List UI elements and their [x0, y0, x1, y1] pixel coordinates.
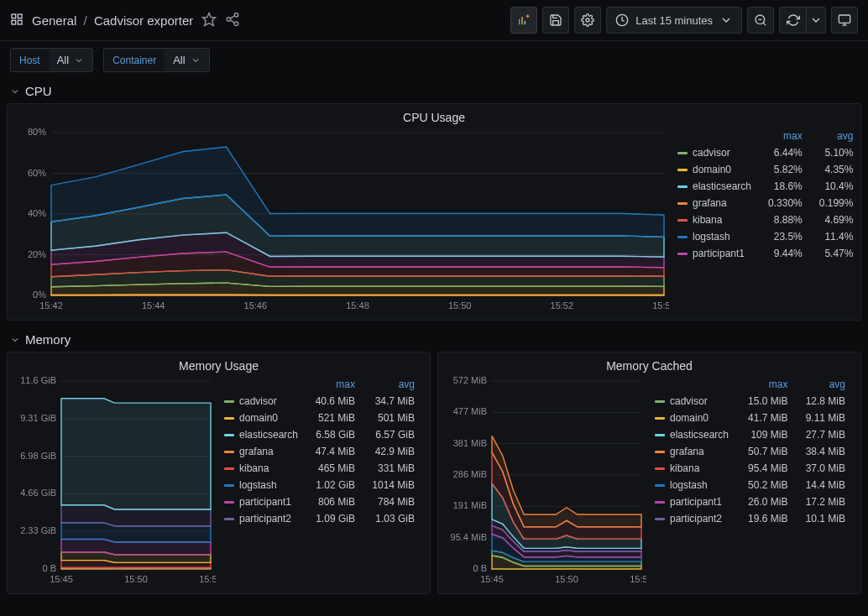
breadcrumb[interactable]: General / Cadvisor exporter	[32, 13, 193, 28]
add-panel-button[interactable]	[510, 7, 537, 34]
chevron-down-icon	[74, 55, 84, 65]
dashboard-topbar: General / Cadvisor exporter Last 15 minu…	[0, 0, 868, 41]
svg-point-6	[227, 17, 232, 21]
legend-row[interactable]: domain05.82%4.35%	[669, 161, 861, 178]
svg-rect-20	[839, 15, 850, 23]
svg-text:20%: 20%	[28, 249, 46, 259]
legend-row[interactable]: logstash1.02 GiB1014 MiB	[216, 477, 423, 493]
svg-text:9.31 GiB: 9.31 GiB	[20, 413, 56, 423]
legend-memory-usage: maxavgcadvisor40.6 MiB34.7 MiBdomain0521…	[216, 376, 423, 588]
legend-row[interactable]: elasticsearch6.58 GiB6.57 GiB	[216, 426, 423, 443]
page-title[interactable]: Cadvisor exporter	[94, 13, 193, 28]
svg-rect-2	[12, 20, 16, 24]
svg-text:6.98 GiB: 6.98 GiB	[20, 451, 56, 461]
variable-host-value: All	[57, 54, 69, 66]
chart-memory-cached[interactable]: 0 B95.4 MiB191 MiB286 MiB381 MiB477 MiB5…	[445, 376, 646, 588]
svg-text:15:55: 15:55	[630, 574, 646, 584]
refresh-button[interactable]	[779, 7, 806, 34]
legend-row[interactable]: elasticsearch18.6%10.4%	[669, 178, 861, 195]
variable-host-label: Host	[11, 50, 49, 71]
legend-row[interactable]: participant219.6 MiB10.1 MiB	[646, 510, 854, 527]
zoom-out-button[interactable]	[747, 7, 774, 34]
star-icon[interactable]	[201, 12, 217, 29]
legend-row[interactable]: grafana50.7 MiB38.4 MiB	[646, 443, 854, 460]
svg-text:80%: 80%	[28, 128, 46, 137]
svg-text:60%: 60%	[28, 168, 46, 178]
legend-cpu-usage: maxavgcadvisor6.44%5.10%domain05.82%4.35…	[669, 128, 861, 315]
legend-memory-cached: maxavgcadvisor15.0 MiB12.8 MiBdomain041.…	[646, 376, 854, 588]
svg-text:15:50: 15:50	[555, 574, 578, 584]
breadcrumb-folder[interactable]: General	[32, 13, 76, 28]
legend-row[interactable]: cadvisor40.6 MiB34.7 MiB	[216, 393, 423, 410]
chevron-down-icon	[10, 335, 20, 345]
svg-text:15:46: 15:46	[244, 300, 268, 311]
variable-container-value: All	[173, 54, 185, 66]
svg-line-9	[231, 20, 235, 23]
svg-text:191 MiB: 191 MiB	[453, 500, 487, 510]
legend-row[interactable]: participant19.44%5.47%	[669, 245, 861, 262]
variable-bar: Host All Container All	[0, 41, 868, 79]
svg-text:15:50: 15:50	[448, 300, 472, 311]
variable-container[interactable]: Container All	[103, 48, 209, 72]
panel-cpu-usage[interactable]: CPU Usage 0%20%40%60%80%15:4215:4415:461…	[7, 103, 861, 321]
legend-row[interactable]: participant1806 MiB784 MiB	[216, 493, 423, 510]
section-header-memory[interactable]: Memory	[0, 327, 868, 352]
svg-text:15:45: 15:45	[50, 574, 73, 584]
svg-rect-0	[12, 14, 16, 18]
svg-line-8	[231, 15, 235, 18]
tv-mode-button[interactable]	[831, 7, 858, 34]
settings-button[interactable]	[574, 7, 601, 34]
panel-title: Memory Cached	[438, 359, 860, 373]
svg-marker-4	[203, 13, 216, 25]
svg-text:2.33 GiB: 2.33 GiB	[20, 525, 56, 535]
legend-row[interactable]: logstash23.5%11.4%	[669, 228, 861, 245]
chart-cpu-usage[interactable]: 0%20%40%60%80%15:4215:4415:4615:4815:501…	[14, 128, 669, 315]
svg-text:15:54: 15:54	[652, 300, 669, 311]
chevron-down-icon	[191, 55, 201, 65]
legend-row[interactable]: cadvisor15.0 MiB12.8 MiB	[646, 393, 854, 410]
legend-row[interactable]: logstash50.2 MiB14.4 MiB	[646, 477, 854, 493]
legend-row[interactable]: cadvisor6.44%5.10%	[669, 144, 861, 161]
time-range-label: Last 15 minutes	[635, 14, 713, 27]
svg-text:15:48: 15:48	[346, 300, 369, 311]
share-icon[interactable]	[225, 12, 240, 29]
chevron-down-icon	[10, 86, 20, 97]
legend-row[interactable]: participant126.0 MiB17.2 MiB	[646, 493, 854, 510]
svg-text:40%: 40%	[28, 208, 46, 218]
chevron-down-icon	[719, 13, 733, 27]
refresh-interval-button[interactable]	[806, 7, 826, 34]
svg-text:15:45: 15:45	[480, 574, 504, 584]
time-range-picker[interactable]: Last 15 minutes	[606, 7, 742, 34]
panel-memory-cached[interactable]: Memory Cached 0 B95.4 MiB191 MiB286 MiB3…	[437, 352, 861, 594]
legend-row[interactable]: kibana465 MiB331 MiB	[216, 460, 423, 477]
legend-row[interactable]: grafana0.330%0.199%	[669, 195, 861, 211]
svg-text:572 MiB: 572 MiB	[453, 376, 487, 385]
svg-rect-3	[18, 20, 22, 24]
variable-host[interactable]: Host All	[10, 48, 93, 72]
svg-text:0%: 0%	[33, 290, 46, 300]
apps-icon[interactable]	[10, 13, 24, 29]
legend-row[interactable]: kibana8.88%4.69%	[669, 211, 861, 228]
section-title-cpu: CPU	[25, 84, 52, 98]
svg-rect-1	[18, 14, 22, 18]
legend-row[interactable]: grafana47.4 MiB42.9 MiB	[216, 443, 423, 460]
svg-text:15:50: 15:50	[124, 574, 148, 584]
section-header-cpu[interactable]: CPU	[0, 79, 868, 103]
save-button[interactable]	[542, 7, 569, 34]
svg-text:95.4 MiB: 95.4 MiB	[451, 532, 487, 542]
chart-memory-usage[interactable]: 0 B2.33 GiB4.66 GiB6.98 GiB9.31 GiB11.6 …	[14, 376, 216, 588]
svg-text:15:44: 15:44	[142, 300, 165, 311]
svg-text:4.66 GiB: 4.66 GiB	[20, 488, 56, 498]
legend-row[interactable]: domain041.7 MiB9.11 MiB	[646, 410, 854, 426]
svg-text:0 B: 0 B	[42, 563, 56, 573]
svg-text:477 MiB: 477 MiB	[453, 406, 487, 416]
svg-text:15:55: 15:55	[199, 574, 216, 584]
legend-row[interactable]: participant21.09 GiB1.03 GiB	[216, 510, 423, 527]
svg-text:11.6 GiB: 11.6 GiB	[20, 376, 56, 385]
legend-row[interactable]: kibana95.4 MiB37.0 MiB	[646, 460, 854, 477]
panel-title: Memory Usage	[8, 359, 430, 373]
svg-text:0 B: 0 B	[473, 563, 487, 573]
panel-memory-usage[interactable]: Memory Usage 0 B2.33 GiB4.66 GiB6.98 GiB…	[7, 352, 431, 594]
legend-row[interactable]: elasticsearch109 MiB27.7 MiB	[646, 426, 854, 443]
legend-row[interactable]: domain0521 MiB501 MiB	[216, 410, 423, 426]
